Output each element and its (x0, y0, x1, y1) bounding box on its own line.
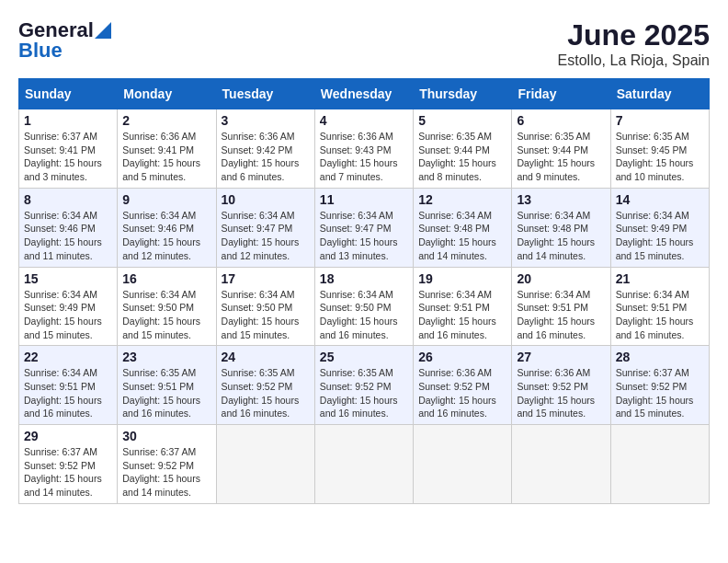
day-number: 28 (616, 350, 704, 364)
calendar-week-row: 8 Sunrise: 6:34 AMSunset: 9:46 PMDayligh… (19, 188, 710, 267)
day-info: Sunrise: 6:37 AMSunset: 9:52 PMDaylight:… (24, 445, 112, 500)
day-info: Sunrise: 6:36 AMSunset: 9:41 PMDaylight:… (122, 130, 210, 184)
day-info: Sunrise: 6:34 AMSunset: 9:50 PMDaylight:… (222, 288, 310, 342)
day-number: 3 (222, 113, 310, 128)
table-row: 22 Sunrise: 6:34 AMSunset: 9:51 PMDaylig… (19, 346, 118, 425)
day-info: Sunrise: 6:34 AMSunset: 9:47 PMDaylight:… (222, 209, 310, 263)
day-number: 26 (418, 350, 506, 364)
day-number: 22 (24, 350, 112, 364)
col-sunday: Sunday (19, 79, 118, 109)
day-info: Sunrise: 6:34 AMSunset: 9:51 PMDaylight:… (517, 288, 605, 342)
title-area: June 2025 Estollo, La Rioja, Spain (558, 18, 710, 69)
table-row (610, 425, 709, 504)
day-info: Sunrise: 6:35 AMSunset: 9:44 PMDaylight:… (517, 130, 605, 184)
svg-marker-0 (95, 22, 111, 39)
table-row: 4 Sunrise: 6:36 AMSunset: 9:43 PMDayligh… (314, 109, 413, 189)
table-row: 11 Sunrise: 6:34 AMSunset: 9:47 PMDaylig… (314, 188, 413, 267)
day-info: Sunrise: 6:34 AMSunset: 9:48 PMDaylight:… (517, 209, 605, 263)
calendar-week-row: 29 Sunrise: 6:37 AMSunset: 9:52 PMDaylig… (19, 425, 710, 504)
table-row: 5 Sunrise: 6:35 AMSunset: 9:44 PMDayligh… (414, 109, 512, 189)
day-number: 2 (122, 113, 210, 128)
col-friday: Friday (512, 79, 610, 109)
table-row: 28 Sunrise: 6:37 AMSunset: 9:52 PMDaylig… (610, 346, 709, 425)
calendar-table: Sunday Monday Tuesday Wednesday Thursday… (18, 78, 710, 504)
day-number: 29 (24, 429, 112, 443)
table-row: 6 Sunrise: 6:35 AMSunset: 9:44 PMDayligh… (512, 109, 610, 189)
table-row: 30 Sunrise: 6:37 AMSunset: 9:52 PMDaylig… (118, 425, 216, 504)
table-row: 21 Sunrise: 6:34 AMSunset: 9:51 PMDaylig… (610, 267, 709, 346)
day-info: Sunrise: 6:37 AMSunset: 9:41 PMDaylight:… (24, 130, 112, 184)
page-header: General Blue June 2025 Estollo, La Rioja… (18, 18, 710, 69)
table-row: 1 Sunrise: 6:37 AMSunset: 9:41 PMDayligh… (19, 109, 118, 189)
day-info: Sunrise: 6:34 AMSunset: 9:49 PMDaylight:… (616, 209, 704, 263)
day-number: 19 (418, 271, 506, 286)
table-row: 20 Sunrise: 6:34 AMSunset: 9:51 PMDaylig… (512, 267, 610, 346)
table-row: 10 Sunrise: 6:34 AMSunset: 9:47 PMDaylig… (216, 188, 314, 267)
day-info: Sunrise: 6:34 AMSunset: 9:51 PMDaylight:… (24, 366, 112, 420)
day-info: Sunrise: 6:36 AMSunset: 9:43 PMDaylight:… (320, 130, 408, 184)
day-number: 9 (122, 192, 210, 207)
day-number: 25 (320, 350, 408, 364)
day-number: 14 (616, 192, 704, 207)
table-row: 29 Sunrise: 6:37 AMSunset: 9:52 PMDaylig… (19, 425, 118, 504)
day-number: 11 (320, 192, 408, 207)
table-row: 24 Sunrise: 6:35 AMSunset: 9:52 PMDaylig… (216, 346, 314, 425)
day-number: 21 (616, 271, 704, 286)
day-info: Sunrise: 6:36 AMSunset: 9:52 PMDaylight:… (517, 366, 605, 420)
logo-blue: Blue (18, 39, 63, 63)
day-number: 12 (418, 192, 506, 207)
table-row: 25 Sunrise: 6:35 AMSunset: 9:52 PMDaylig… (314, 346, 413, 425)
calendar-week-row: 15 Sunrise: 6:34 AMSunset: 9:49 PMDaylig… (19, 267, 710, 346)
day-info: Sunrise: 6:36 AMSunset: 9:42 PMDaylight:… (222, 130, 310, 184)
location: Estollo, La Rioja, Spain (558, 52, 710, 69)
table-row: 19 Sunrise: 6:34 AMSunset: 9:51 PMDaylig… (414, 267, 512, 346)
table-row: 14 Sunrise: 6:34 AMSunset: 9:49 PMDaylig… (610, 188, 709, 267)
day-number: 27 (517, 350, 605, 364)
day-info: Sunrise: 6:34 AMSunset: 9:46 PMDaylight:… (24, 209, 112, 263)
day-number: 16 (122, 271, 210, 286)
logo: General Blue (18, 18, 112, 63)
day-number: 5 (418, 113, 506, 128)
day-number: 6 (517, 113, 605, 128)
table-row (314, 425, 413, 504)
table-row: 2 Sunrise: 6:36 AMSunset: 9:41 PMDayligh… (118, 109, 216, 189)
table-row: 13 Sunrise: 6:34 AMSunset: 9:48 PMDaylig… (512, 188, 610, 267)
day-number: 10 (222, 192, 310, 207)
day-number: 23 (122, 350, 210, 364)
day-info: Sunrise: 6:35 AMSunset: 9:51 PMDaylight:… (122, 366, 210, 420)
day-info: Sunrise: 6:36 AMSunset: 9:52 PMDaylight:… (418, 366, 506, 420)
day-info: Sunrise: 6:34 AMSunset: 9:48 PMDaylight:… (418, 209, 506, 263)
col-thursday: Thursday (414, 79, 512, 109)
day-info: Sunrise: 6:34 AMSunset: 9:46 PMDaylight:… (122, 209, 210, 263)
col-monday: Monday (118, 79, 216, 109)
table-row: 9 Sunrise: 6:34 AMSunset: 9:46 PMDayligh… (118, 188, 216, 267)
day-info: Sunrise: 6:34 AMSunset: 9:49 PMDaylight:… (24, 288, 112, 342)
table-row: 3 Sunrise: 6:36 AMSunset: 9:42 PMDayligh… (216, 109, 314, 189)
day-number: 30 (122, 429, 210, 443)
calendar-week-row: 1 Sunrise: 6:37 AMSunset: 9:41 PMDayligh… (19, 109, 710, 189)
table-row (414, 425, 512, 504)
day-info: Sunrise: 6:37 AMSunset: 9:52 PMDaylight:… (122, 445, 210, 500)
table-row: 8 Sunrise: 6:34 AMSunset: 9:46 PMDayligh… (19, 188, 118, 267)
col-wednesday: Wednesday (314, 79, 413, 109)
day-number: 1 (24, 113, 112, 128)
day-info: Sunrise: 6:34 AMSunset: 9:47 PMDaylight:… (320, 209, 408, 263)
day-info: Sunrise: 6:35 AMSunset: 9:52 PMDaylight:… (320, 366, 408, 420)
day-number: 24 (222, 350, 310, 364)
day-info: Sunrise: 6:35 AMSunset: 9:45 PMDaylight:… (616, 130, 704, 184)
day-info: Sunrise: 6:34 AMSunset: 9:50 PMDaylight:… (122, 288, 210, 342)
table-row: 26 Sunrise: 6:36 AMSunset: 9:52 PMDaylig… (414, 346, 512, 425)
table-row: 18 Sunrise: 6:34 AMSunset: 9:50 PMDaylig… (314, 267, 413, 346)
table-row: 12 Sunrise: 6:34 AMSunset: 9:48 PMDaylig… (414, 188, 512, 267)
col-tuesday: Tuesday (216, 79, 314, 109)
table-row: 17 Sunrise: 6:34 AMSunset: 9:50 PMDaylig… (216, 267, 314, 346)
day-info: Sunrise: 6:34 AMSunset: 9:50 PMDaylight:… (320, 288, 408, 342)
day-info: Sunrise: 6:34 AMSunset: 9:51 PMDaylight:… (418, 288, 506, 342)
table-row: 27 Sunrise: 6:36 AMSunset: 9:52 PMDaylig… (512, 346, 610, 425)
table-row (216, 425, 314, 504)
day-info: Sunrise: 6:35 AMSunset: 9:44 PMDaylight:… (418, 130, 506, 184)
day-number: 7 (616, 113, 704, 128)
header-row: Sunday Monday Tuesday Wednesday Thursday… (19, 79, 710, 109)
day-number: 4 (320, 113, 408, 128)
day-number: 8 (24, 192, 112, 207)
